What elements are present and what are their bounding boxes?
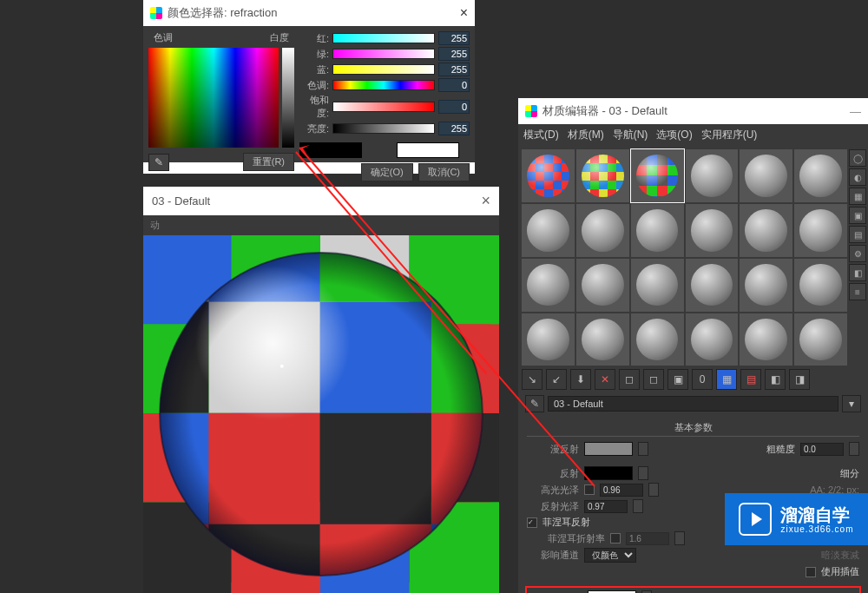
green-slider[interactable] — [332, 49, 435, 59]
sample-slot[interactable] — [576, 313, 629, 366]
get-material-icon[interactable]: ↘ — [522, 369, 542, 390]
material-type-button[interactable]: ▾ — [842, 395, 861, 412]
hilight-lock[interactable] — [584, 484, 595, 495]
sample-slot[interactable] — [740, 204, 792, 257]
background-icon[interactable]: ▦ — [849, 188, 866, 205]
sample-slot[interactable] — [686, 313, 739, 366]
diffuse-map-button[interactable] — [638, 442, 648, 456]
backlight-icon[interactable]: ◐ — [849, 168, 866, 186]
val-value[interactable]: 255 — [438, 122, 470, 135]
preview-titlebar[interactable]: 03 - Default × — [143, 187, 499, 215]
sample-slot[interactable] — [686, 149, 739, 202]
pick-material-icon[interactable]: ✎ — [525, 395, 544, 412]
app-logo-icon — [525, 105, 537, 117]
show-end-icon[interactable]: ▤ — [740, 369, 761, 390]
spinner-icon[interactable] — [674, 531, 685, 545]
cancel-button[interactable]: 取消(C) — [418, 163, 470, 181]
sample-type-icon[interactable]: ◯ — [849, 149, 866, 167]
put-material-icon[interactable]: ↙ — [546, 369, 567, 390]
material-menu[interactable]: 模式(D) 材质(M) 导航(N) 选项(O) 实用程序(U) — [518, 124, 868, 146]
hue-sat-picker[interactable] — [148, 48, 279, 148]
material-name-input[interactable]: 03 - Default — [548, 396, 838, 412]
sample-slot[interactable] — [522, 259, 575, 312]
sample-slot[interactable] — [740, 259, 792, 312]
menu-mode[interactable]: 模式(D) — [523, 128, 559, 142]
uv-icon[interactable]: ▣ — [849, 207, 866, 224]
assign-icon[interactable]: ⬇ — [570, 369, 591, 390]
sample-slot[interactable] — [631, 204, 684, 257]
color-picker-titlebar[interactable]: 颜色选择器: refraction × — [143, 0, 475, 26]
sample-slot[interactable] — [522, 204, 575, 257]
sample-slot[interactable] — [631, 259, 684, 312]
options-icon[interactable]: ⚙ — [849, 245, 866, 262]
mat-id-icon[interactable]: 0 — [692, 369, 713, 390]
val-slider[interactable] — [332, 123, 435, 134]
diffuse-swatch[interactable] — [584, 442, 633, 456]
material-toolbar: ↘ ↙ ⬇ ✕ ◻ ◻ ▣ 0 ▦ ▤ ◧ ◨ — [522, 366, 865, 393]
go-forward-icon[interactable]: ◨ — [789, 369, 810, 390]
sample-slot[interactable] — [576, 204, 629, 257]
use-interp-checkbox[interactable] — [806, 567, 816, 577]
sample-slot-selected[interactable] — [631, 149, 684, 202]
select-icon[interactable]: ◧ — [849, 264, 866, 281]
sample-slot[interactable] — [794, 204, 847, 257]
sample-slot[interactable] — [522, 313, 575, 366]
sample-slot[interactable] — [794, 149, 847, 202]
put-library-icon[interactable]: ▣ — [667, 369, 688, 390]
sample-slot[interactable] — [631, 313, 684, 366]
roughness-input[interactable]: 0.0 — [800, 443, 844, 456]
sample-slot[interactable] — [522, 149, 575, 202]
sample-slot[interactable] — [740, 149, 792, 202]
reflect-map-button[interactable] — [638, 466, 648, 480]
video-icon[interactable]: ▤ — [849, 226, 866, 243]
make-unique-icon[interactable]: ◻ — [643, 369, 664, 390]
menu-utilities[interactable]: 实用程序(U) — [701, 128, 758, 142]
material-editor-titlebar[interactable]: 材质编辑器 - 03 - Default — — [518, 98, 868, 124]
ior-lock[interactable] — [610, 533, 621, 544]
delete-icon[interactable]: ✕ — [595, 369, 615, 390]
preview-tab[interactable]: 动 — [143, 215, 499, 235]
affect-ch-select[interactable]: 仅颜色 — [584, 548, 636, 563]
preview-viewport[interactable] — [143, 235, 499, 593]
sample-slot[interactable] — [576, 149, 629, 202]
sat-value[interactable]: 0 — [438, 100, 470, 114]
eyedropper-icon[interactable]: ✎ — [148, 154, 169, 171]
show-map-icon[interactable]: ▦ — [716, 369, 737, 390]
sample-slot[interactable] — [686, 259, 739, 312]
green-value[interactable]: 255 — [438, 47, 470, 61]
red-slider[interactable] — [332, 33, 435, 43]
ok-button[interactable]: 确定(O) — [361, 163, 413, 181]
menu-navigate[interactable]: 导航(N) — [613, 128, 648, 142]
sample-slot[interactable] — [794, 313, 847, 366]
sample-slot[interactable] — [794, 259, 847, 312]
play-icon — [739, 503, 772, 536]
spinner-icon[interactable] — [849, 442, 859, 456]
close-icon[interactable]: × — [460, 5, 468, 21]
sample-slot[interactable] — [686, 204, 739, 257]
spinner-icon[interactable] — [648, 483, 659, 497]
hue-value[interactable]: 0 — [438, 78, 470, 92]
fresnel-checkbox[interactable] — [527, 517, 537, 528]
spinner-icon[interactable] — [633, 499, 643, 513]
go-parent-icon[interactable]: ◧ — [765, 369, 786, 390]
minimize-icon[interactable]: — — [850, 105, 861, 118]
sample-slot[interactable] — [740, 313, 792, 366]
fresnel-ior-input[interactable]: 1.6 — [626, 532, 669, 545]
close-icon[interactable]: × — [481, 192, 490, 210]
reset-mat-icon[interactable]: ◻ — [619, 369, 640, 390]
sample-slot[interactable] — [576, 259, 629, 312]
red-value[interactable]: 255 — [438, 31, 470, 45]
hilight-input[interactable]: 0.96 — [600, 484, 643, 497]
refl-gloss-input[interactable]: 0.97 — [584, 500, 628, 513]
basic-params-header[interactable]: 基本参数 — [527, 419, 859, 437]
value-slider[interactable] — [282, 48, 294, 148]
menu-options[interactable]: 选项(O) — [656, 128, 692, 142]
hue-slider[interactable] — [332, 80, 435, 90]
reflect-swatch[interactable] — [584, 466, 633, 480]
reset-button[interactable]: 重置(R) — [243, 153, 294, 171]
sat-slider[interactable] — [332, 102, 435, 112]
blue-slider[interactable] — [332, 64, 435, 75]
menu-material[interactable]: 材质(M) — [568, 128, 604, 142]
material-list-icon[interactable]: ≡ — [849, 283, 866, 300]
blue-value[interactable]: 255 — [438, 63, 470, 76]
